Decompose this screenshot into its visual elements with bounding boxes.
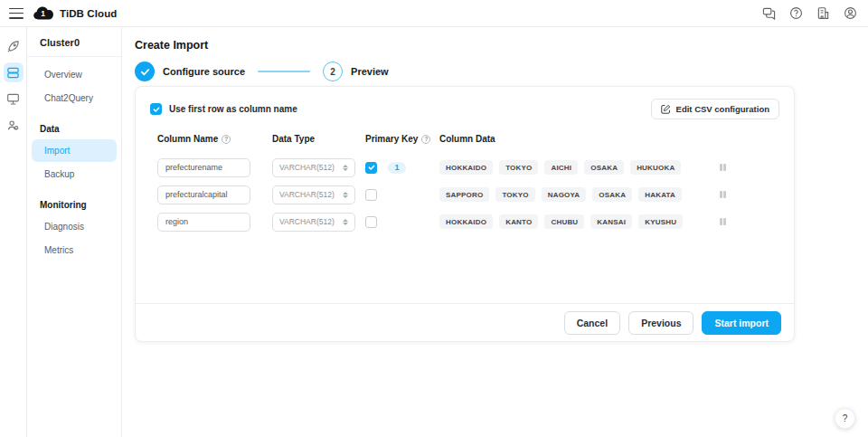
icon-rail	[0, 27, 27, 437]
page-title: Create Import	[135, 39, 868, 52]
column-name-input[interactable]	[157, 185, 250, 204]
card-footer: Cancel Previous Start import	[136, 303, 794, 341]
select-caret-icon	[343, 192, 348, 198]
data-chip: HAKATA	[638, 187, 682, 202]
data-chip: TOKYO	[495, 187, 534, 202]
select-caret-icon	[343, 219, 348, 225]
data-chip: OSAKA	[592, 187, 632, 202]
stepper-connector	[258, 71, 310, 72]
data-chip: KANTO	[499, 214, 538, 229]
preview-card: Use first row as column name Edit CSV co…	[135, 86, 795, 342]
edit-csv-configuration-button[interactable]: Edit CSV configuration	[651, 99, 779, 119]
column-name-input[interactable]	[157, 158, 250, 177]
feedback-icon[interactable]	[761, 6, 776, 21]
table-row: VARCHAR(512) 1 HOKKAIDO TOKYO AICHI OSAK…	[157, 154, 779, 181]
rocket-icon[interactable]	[4, 36, 24, 56]
sidebar-section-monitoring: Monitoring	[27, 191, 121, 214]
tidb-cloud-logo-icon: 1	[33, 5, 54, 21]
data-chip: HUKUOKA	[630, 160, 681, 175]
step1-label: Configure source	[163, 66, 245, 77]
sidebar-item-metrics[interactable]: Metrics	[32, 239, 117, 261]
column-name-input[interactable]	[157, 213, 250, 232]
data-chip: CHUBU	[544, 214, 584, 229]
step2-label: Preview	[351, 66, 389, 77]
data-type-select[interactable]: VARCHAR(512)	[272, 213, 355, 232]
org-icon[interactable]	[816, 6, 830, 21]
main-content: Create Import Configure source 2 Preview…	[122, 27, 868, 437]
sidebar-item-import[interactable]: Import	[32, 139, 117, 162]
step2-circle: 2	[323, 62, 343, 81]
data-type-select[interactable]: VARCHAR(512)	[272, 158, 355, 177]
use-first-row-checkbox[interactable]	[150, 103, 162, 115]
data-chip: AICHI	[544, 160, 578, 175]
table-row: VARCHAR(512) SAPPORO TOKYO NAGOYA OSAKA …	[157, 181, 779, 208]
column-preview-table: Column Name ? Data Type Primary Key ? Co…	[136, 119, 794, 235]
primary-key-checkbox[interactable]	[365, 189, 377, 201]
data-chip: SAPPORO	[439, 187, 489, 202]
more-data-icon[interactable]	[720, 164, 726, 171]
primary-key-checkbox[interactable]	[365, 216, 377, 228]
primary-key-order-badge: 1	[388, 162, 406, 174]
database-icon[interactable]	[4, 62, 24, 82]
cluster-name: Cluster0	[27, 27, 121, 57]
data-chip: KANSAI	[590, 214, 632, 229]
stepper: Configure source 2 Preview	[135, 62, 868, 81]
data-chip: OSAKA	[584, 160, 624, 175]
brand[interactable]: 1 TiDB Cloud	[33, 5, 117, 21]
sidebar-item-diagnosis[interactable]: Diagnosis	[32, 215, 117, 238]
select-caret-icon	[343, 165, 348, 171]
header-column-data: Column Data	[439, 134, 720, 144]
column-name-help-icon[interactable]: ?	[222, 135, 231, 144]
header-data-type: Data Type	[272, 134, 365, 144]
menu-icon[interactable]	[9, 8, 24, 19]
header-primary-key: Primary Key ?	[365, 134, 439, 144]
data-chip: HOKKAIDO	[439, 160, 493, 175]
svg-text:1: 1	[41, 9, 45, 18]
table-row: VARCHAR(512) HOKKAIDO KANTO CHUBU KANSAI…	[157, 208, 779, 235]
more-data-icon[interactable]	[720, 191, 726, 198]
data-chip: HOKKAIDO	[439, 214, 493, 229]
data-type-value: VARCHAR(512)	[279, 190, 335, 199]
more-data-icon[interactable]	[720, 218, 726, 225]
data-chip: NAGOYA	[542, 187, 587, 202]
data-type-value: VARCHAR(512)	[279, 217, 335, 226]
use-first-row-option[interactable]: Use first row as column name	[150, 103, 297, 115]
edit-csv-configuration-label: Edit CSV configuration	[676, 104, 769, 114]
help-icon[interactable]	[788, 6, 803, 21]
data-chip: KYUSHU	[638, 214, 683, 229]
sidebar-item-overview[interactable]: Overview	[32, 63, 117, 86]
data-chip: TOKYO	[499, 160, 538, 175]
monitor-icon[interactable]	[4, 89, 24, 109]
primary-key-help-icon[interactable]: ?	[421, 135, 430, 144]
sidebar-section-data: Data	[27, 115, 121, 138]
topbar: 1 TiDB Cloud	[0, 0, 868, 27]
step1-done-check-icon	[135, 62, 155, 81]
sidebar-item-backup[interactable]: Backup	[32, 163, 117, 185]
primary-key-checkbox[interactable]	[365, 162, 377, 174]
cancel-button[interactable]: Cancel	[564, 311, 620, 335]
sidebar-item-chat2query[interactable]: Chat2Query	[32, 87, 117, 109]
brand-name: TiDB Cloud	[60, 8, 117, 19]
previous-button[interactable]: Previous	[628, 311, 693, 335]
header-column-name: Column Name ?	[157, 134, 272, 144]
start-import-button[interactable]: Start import	[702, 311, 781, 335]
people-icon[interactable]	[4, 115, 24, 135]
floating-help-button[interactable]: ?	[835, 408, 855, 429]
data-type-value: VARCHAR(512)	[279, 163, 335, 172]
use-first-row-label: Use first row as column name	[169, 104, 297, 114]
data-type-select[interactable]: VARCHAR(512)	[272, 185, 355, 204]
account-icon[interactable]	[843, 6, 857, 21]
cluster-sidebar: Cluster0 Overview Chat2Query Data Import…	[27, 27, 122, 437]
edit-icon	[661, 104, 671, 114]
